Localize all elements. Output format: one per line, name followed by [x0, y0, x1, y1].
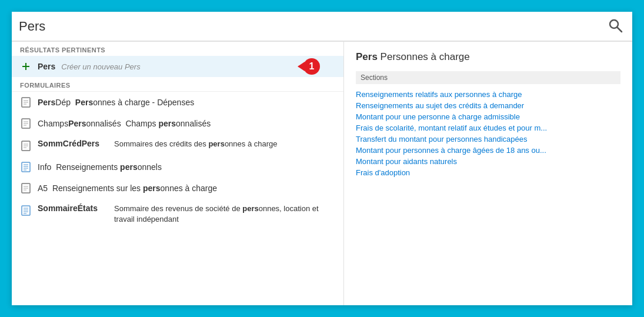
doc-lines-icon-sommaireétats — [20, 205, 32, 216]
doc-icon-sommcredpers — [20, 140, 32, 152]
result-item-pers[interactable]: Pers Créer un nouveau Pers 1 — [12, 56, 343, 77]
right-title: Pers Personnes à charge — [356, 51, 620, 63]
list-item-info[interactable]: Info Renseignements personnels — [12, 156, 343, 178]
left-panel: RÉSULTATS PERTINENTS Pers Créer un nouve… — [12, 42, 344, 305]
right-panel: Pers Personnes à charge Sections Renseig… — [344, 42, 632, 305]
badge-1: 1 — [303, 58, 320, 75]
main-window: RÉSULTATS PERTINENTS Pers Créer un nouve… — [12, 12, 632, 305]
list-item-sommaireétats[interactable]: SommaireÉtats Sommaire des revenus de so… — [12, 199, 343, 229]
right-title-bold: Pers — [356, 51, 378, 62]
a5-label: A5 Renseignements sur les personnes à ch… — [38, 183, 217, 193]
persdep-label: PersDép Personnes à charge - Dépenses — [38, 98, 194, 107]
champspersonnalises-label: ChampsPersonnalisés Champs personnalisés — [38, 119, 211, 128]
list-item-sommcredpers[interactable]: SommCrédPers Sommaires des crédits des p… — [12, 134, 343, 156]
search-icon — [608, 18, 623, 33]
right-link-0[interactable]: Renseignements relatifs aux personnes à … — [356, 89, 620, 100]
right-link-7[interactable]: Frais d'adoption — [356, 167, 620, 178]
sommcredpers-desc: Sommaires des crédits des personnes à ch… — [114, 139, 335, 149]
plus-icon — [20, 61, 32, 72]
search-bar — [12, 12, 632, 42]
section-header-relevant: RÉSULTATS PERTINENTS — [12, 42, 343, 56]
doc-icon-persdep — [20, 96, 32, 108]
right-title-rest: Personnes à charge — [378, 51, 470, 62]
pers-label: Pers Créer un nouveau Pers — [38, 62, 141, 71]
right-link-4[interactable]: Transfert du montant pour personnes hand… — [356, 134, 620, 145]
search-button[interactable] — [605, 15, 625, 37]
list-item-a5[interactable]: A5 Renseignements sur les personnes à ch… — [12, 178, 343, 199]
right-link-5[interactable]: Montant pour personnes à charge âgées de… — [356, 145, 620, 156]
right-link-6[interactable]: Montant pour aidants naturels — [356, 156, 620, 167]
list-item-champspersonnalises[interactable]: ChampsPersonnalisés Champs personnalisés — [12, 113, 343, 134]
right-link-3[interactable]: Frais de scolarité, montant relatif aux … — [356, 122, 620, 134]
svg-rect-25 — [22, 206, 30, 215]
info-label: Info Renseignements personnels — [38, 162, 162, 172]
svg-rect-16 — [22, 162, 30, 172]
sommaireétats-name: SommaireÉtats — [38, 203, 114, 213]
pers-sublabel: Créer un nouveau Pers — [61, 62, 140, 71]
svg-line-1 — [618, 28, 622, 32]
sommaireétats-desc: Sommaire des revenus de société de perso… — [114, 203, 335, 225]
sommcredpers-name: SommCrédPers — [38, 139, 114, 148]
right-link-2[interactable]: Montant pour une personne à charge admis… — [356, 111, 620, 122]
search-input[interactable] — [19, 19, 605, 34]
content-area: RÉSULTATS PERTINENTS Pers Créer un nouve… — [12, 42, 632, 305]
section-header-forms: FORMULAIRES — [12, 77, 343, 91]
doc-lines-icon-info — [20, 161, 32, 173]
svg-rect-3 — [22, 66, 29, 67]
doc-icon-a5 — [20, 182, 32, 194]
doc-icon-champspersonnalises — [20, 118, 32, 129]
list-item-persdep[interactable]: PersDép Personnes à charge - Dépenses — [12, 92, 343, 113]
right-link-1[interactable]: Renseignements au sujet des crédits à de… — [356, 100, 620, 111]
right-sections-label: Sections — [356, 71, 620, 84]
